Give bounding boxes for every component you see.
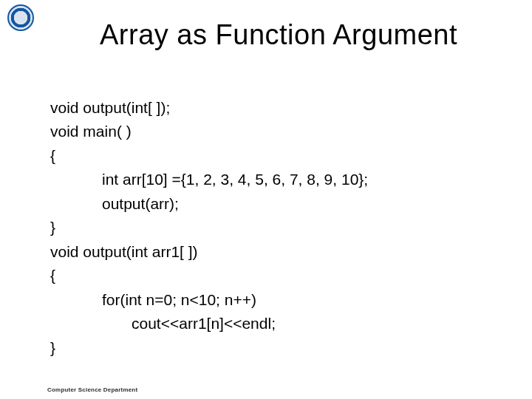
- code-line: for(int n=0; n<10; n++): [50, 288, 256, 313]
- code-line: cout<<arr1[n]<<endl;: [50, 312, 276, 336]
- code-line: void output(int arr1[ ]): [50, 243, 198, 260]
- footer-text: Computer Science Department: [47, 386, 137, 393]
- code-line: int arr[10] ={1, 2, 3, 4, 5, 6, 7, 8, 9,…: [50, 168, 368, 192]
- code-line: }: [50, 219, 55, 236]
- code-line: output(arr);: [50, 192, 179, 216]
- code-line: {: [50, 267, 55, 284]
- university-logo-icon: [7, 4, 34, 31]
- code-block: void output(int[ ]); void main( ) { int …: [47, 72, 510, 361]
- code-line: void output(int[ ]);: [50, 99, 170, 116]
- code-line: }: [50, 339, 55, 356]
- slide-title: Array as Function Argument: [47, 19, 510, 51]
- slide-content: Array as Function Argument void output(i…: [0, 0, 532, 399]
- code-line: {: [50, 147, 55, 164]
- code-line: void main( ): [50, 123, 132, 140]
